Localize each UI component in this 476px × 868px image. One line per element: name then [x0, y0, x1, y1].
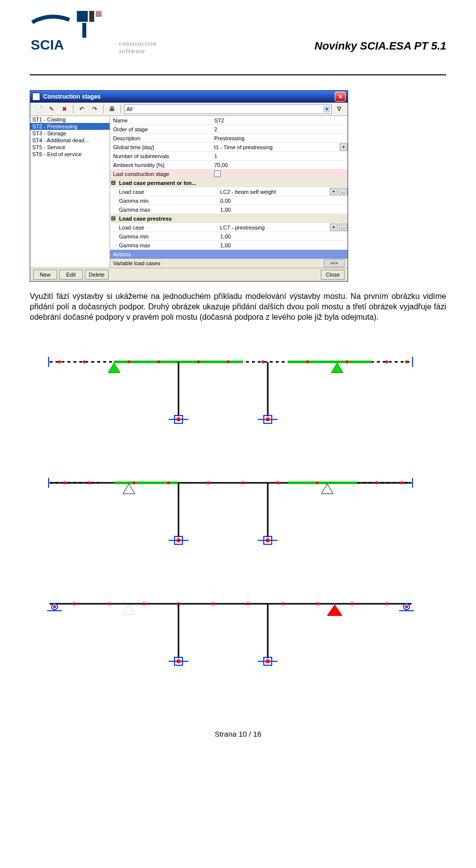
titlebar[interactable]: Construction stages ✕	[30, 91, 348, 103]
svg-point-36	[63, 481, 66, 484]
logo-line-2: software	[119, 48, 157, 55]
prop-label: Load case	[110, 225, 218, 231]
checkbox[interactable]	[214, 171, 221, 177]
svg-point-59	[73, 602, 76, 605]
chevron-down-icon[interactable]: ▾	[330, 224, 338, 231]
ellipsis-button[interactable]: ...	[339, 188, 348, 195]
delete-icon[interactable]: ✖	[59, 104, 70, 115]
svg-point-65	[281, 602, 284, 605]
svg-point-83	[177, 659, 180, 663]
prop-value[interactable]: t1 - Time of prestressing▾	[212, 143, 348, 151]
svg-point-42	[276, 481, 279, 484]
prop-label: Gamma max	[110, 242, 218, 248]
svg-rect-1	[89, 11, 94, 22]
prop-label: Gamma max	[110, 207, 218, 213]
stage-item[interactable]: ST4 - Additional dead...	[30, 137, 110, 144]
prop-value[interactable]: 1,00	[218, 233, 348, 239]
svg-point-43	[316, 481, 319, 484]
svg-point-16	[346, 360, 349, 363]
svg-point-41	[241, 481, 244, 484]
ellipsis-button[interactable]: ...	[339, 224, 348, 231]
stage-item[interactable]: ST3 - Storage	[30, 130, 110, 137]
edit-icon[interactable]: ✎	[46, 104, 57, 115]
svg-point-40	[207, 481, 210, 484]
chevron-down-icon[interactable]: ▾	[323, 106, 330, 113]
prop-label: Gamma min	[110, 233, 218, 239]
prop-value[interactable]: LC2 - beam self weight▾...	[218, 188, 348, 195]
prop-label: Name	[110, 117, 212, 123]
construction-stages-dialog: Construction stages ✕ 📄 ✎ ✖ ↶ ↷ 🖶 All ▾ …	[30, 90, 348, 282]
svg-marker-19	[108, 363, 120, 373]
prop-value[interactable]	[212, 171, 348, 177]
collapse-icon[interactable]: ⊟	[110, 179, 116, 186]
svg-point-8	[58, 360, 61, 363]
prop-value[interactable]: Prestressing	[212, 135, 348, 141]
redo-icon[interactable]: ↷	[89, 104, 100, 115]
stage-item[interactable]: ST5 - Service	[30, 144, 110, 151]
delete-button[interactable]: Delete	[85, 270, 109, 280]
prop-value[interactable]: ST2	[212, 117, 348, 123]
logo-line-1: construction	[119, 40, 157, 47]
svg-point-11	[157, 360, 160, 363]
collapse-icon[interactable]: ⊟	[110, 215, 116, 222]
svg-point-84	[266, 659, 270, 663]
prop-value[interactable]: 0,00	[218, 198, 348, 204]
prop-value[interactable]: 1	[212, 153, 348, 159]
svg-point-45	[400, 481, 403, 484]
svg-marker-46	[123, 484, 135, 494]
bridge-diagram-2	[30, 463, 436, 557]
svg-point-67	[351, 602, 354, 605]
svg-point-76	[405, 605, 408, 608]
svg-point-39	[167, 481, 170, 484]
prop-label: Last construction stage	[110, 171, 212, 177]
body-paragraph: Využití fází výstavby si ukážeme na jedn…	[30, 291, 446, 322]
prop-value[interactable]: 2	[212, 126, 348, 132]
prop-value[interactable]: LC7 - prestressing▾...	[218, 224, 348, 231]
chevron-down-icon[interactable]: ▾	[340, 143, 348, 151]
stage-item[interactable]: ST6 - End of service	[30, 151, 110, 158]
window-icon	[32, 93, 40, 101]
svg-point-37	[88, 481, 91, 484]
edit-button[interactable]: Edit	[59, 270, 83, 280]
print-icon[interactable]: 🖶	[107, 104, 118, 115]
header-divider	[30, 74, 446, 75]
expand-button[interactable]: >>>	[324, 259, 345, 267]
svg-text:SCIA: SCIA	[31, 37, 64, 53]
svg-rect-3	[82, 23, 86, 38]
bridge-diagram-1	[30, 342, 436, 436]
bridge-diagram-3	[30, 584, 436, 678]
svg-point-54	[177, 538, 180, 542]
svg-marker-20	[331, 363, 343, 373]
prop-value[interactable]: 1,00	[218, 242, 348, 248]
stage-item[interactable]: ST2 - Prestressing	[30, 123, 110, 130]
chevron-down-icon[interactable]: ▾	[330, 188, 338, 195]
filter-icon[interactable]: ∇	[334, 104, 345, 115]
close-button[interactable]: Close	[321, 270, 345, 280]
prop-label: Load case	[110, 189, 218, 195]
prop-value[interactable]: 1,00	[218, 207, 348, 213]
prop-label: Order of stage	[110, 126, 212, 132]
new-button[interactable]: New	[33, 270, 57, 280]
svg-point-75	[53, 605, 56, 608]
close-icon[interactable]: ✕	[335, 92, 346, 102]
svg-marker-69	[123, 605, 135, 615]
document-title: Novinky SCIA.ESA PT 5.1	[314, 40, 446, 53]
stage-item[interactable]: ST1 - Casting	[30, 116, 110, 123]
svg-rect-0	[77, 11, 88, 22]
prop-value[interactable]: 70,00	[212, 162, 348, 168]
svg-point-61	[142, 602, 145, 605]
property-grid: NameST2 Order of stage2 DescriptionPrest…	[110, 116, 348, 268]
filter-combo[interactable]: All ▾	[124, 104, 332, 114]
svg-point-27	[177, 417, 180, 421]
group-label: Load case prestress	[116, 216, 172, 222]
prop-label: Global time [day]	[110, 144, 212, 150]
toolbar: 📄 ✎ ✖ ↶ ↷ 🖶 All ▾ ∇	[30, 103, 348, 116]
svg-marker-70	[327, 605, 342, 616]
svg-point-14	[261, 360, 264, 363]
stage-list[interactable]: ST1 - Casting ST2 - Prestressing ST3 - S…	[30, 116, 110, 268]
prop-label: Description	[110, 135, 212, 141]
svg-rect-2	[96, 11, 102, 17]
prop-label: Ambient humidity [%]	[110, 162, 212, 168]
undo-icon[interactable]: ↶	[76, 104, 87, 115]
new-icon[interactable]: 📄	[33, 104, 44, 115]
